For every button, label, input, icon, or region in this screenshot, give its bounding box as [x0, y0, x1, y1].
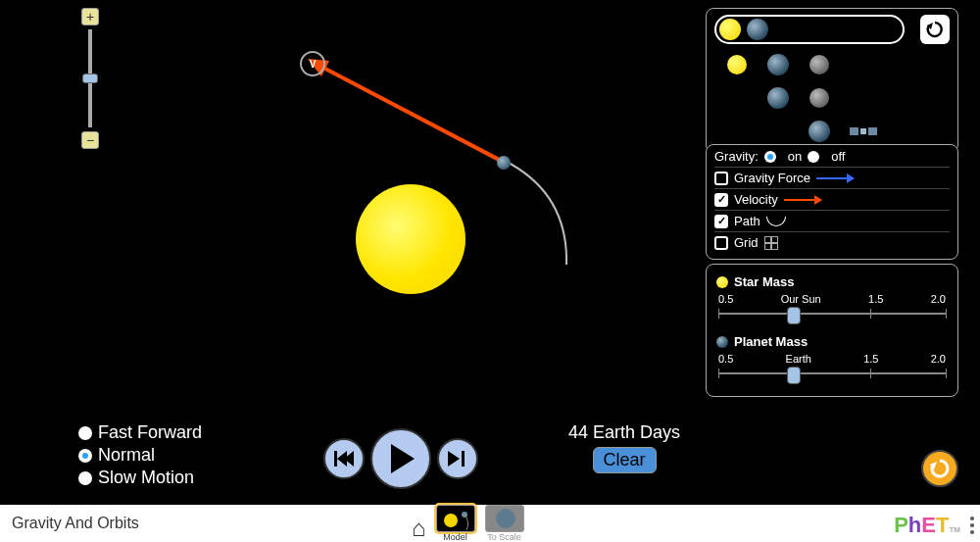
step-button[interactable]	[437, 438, 478, 479]
velocity-vector[interactable]	[304, 53, 514, 171]
play-button[interactable]	[370, 428, 431, 489]
radio-icon	[78, 426, 92, 440]
selected-system	[714, 15, 905, 44]
sun-icon	[719, 19, 741, 40]
zoom-slider[interactable]	[88, 29, 92, 127]
path-label: Path	[734, 214, 760, 228]
svg-rect-2	[334, 451, 337, 467]
preset-earth2[interactable]	[767, 87, 789, 109]
gravity-on-radio[interactable]	[764, 151, 776, 163]
slider-thumb[interactable]	[787, 367, 801, 384]
tick: Our Sun	[781, 293, 821, 305]
svg-rect-7	[462, 451, 465, 467]
speed-normal-label: Normal	[98, 445, 155, 466]
radio-icon	[78, 449, 92, 463]
tick: 2.0	[931, 353, 946, 365]
path-checkbox[interactable]	[714, 215, 728, 228]
svg-line-0	[321, 67, 505, 163]
tick: 2.0	[931, 293, 946, 305]
gravity-on-label: on	[788, 149, 802, 164]
tab-model[interactable]: Model	[436, 505, 475, 542]
radio-icon	[78, 471, 92, 485]
tick: 1.5	[868, 293, 883, 305]
tick: 0.5	[718, 353, 733, 365]
preset-moon2[interactable]	[809, 88, 829, 108]
svg-point-13	[444, 514, 458, 527]
arrow-icon	[784, 199, 821, 201]
tab-label: To Scale	[487, 532, 521, 542]
speed-fast[interactable]: Fast Forward	[78, 422, 202, 443]
earth-icon	[747, 19, 768, 40]
gravity-off-radio[interactable]	[808, 151, 819, 163]
zoom-thumb[interactable]	[82, 74, 98, 83]
menu-button[interactable]	[970, 517, 974, 534]
sun-icon	[716, 276, 728, 288]
grid-icon	[764, 236, 778, 250]
svg-marker-6	[448, 451, 460, 467]
star-mass-label: Star Mass	[734, 274, 794, 289]
velocity-label-cb: Velocity	[734, 192, 778, 207]
planet-body[interactable]	[497, 156, 511, 170]
svg-rect-11	[850, 127, 858, 135]
planet-mass-label: Planet Mass	[734, 334, 808, 349]
planet-mass-slider[interactable]	[718, 365, 946, 386]
gravity-force-checkbox[interactable]	[714, 172, 728, 185]
mass-panel: Star Mass 0.5 Our Sun 1.5 2.0 Planet Mas…	[706, 264, 958, 397]
elapsed-time: 44 Earth Days	[568, 422, 680, 443]
velocity-checkbox[interactable]	[714, 193, 728, 207]
home-button[interactable]: ⌂	[412, 515, 426, 542]
preset-sun-planet[interactable]	[727, 55, 747, 74]
gravity-label: Gravity:	[714, 149, 759, 164]
home-icon: ⌂	[412, 515, 426, 542]
clear-button[interactable]: Clear	[593, 447, 657, 473]
svg-rect-12	[868, 127, 877, 135]
tab-label: Model	[443, 532, 467, 542]
svg-marker-5	[391, 444, 415, 473]
sim-title: Gravity And Orbits	[12, 515, 139, 532]
zoom-out-button[interactable]: −	[81, 131, 99, 149]
speed-fast-label: Fast Forward	[98, 422, 202, 443]
phet-logo[interactable]: PhETTM	[894, 513, 960, 538]
speed-radio-group: Fast Forward Normal Slow Motion	[78, 420, 202, 490]
system-panel	[706, 8, 958, 153]
svg-rect-10	[860, 128, 866, 134]
speed-slow-label: Slow Motion	[98, 468, 194, 488]
grid-label: Grid	[734, 235, 759, 250]
preset-planet-moon[interactable]	[809, 55, 829, 74]
grid-checkbox[interactable]	[714, 236, 728, 250]
tick: Earth	[786, 353, 811, 365]
velocity-head[interactable]: V	[300, 51, 325, 76]
arrow-icon	[816, 177, 854, 179]
reset-system-button[interactable]	[920, 15, 950, 44]
zoom-in-button[interactable]: +	[81, 8, 99, 25]
preset-earth3[interactable]	[808, 121, 830, 142]
slider-thumb[interactable]	[787, 307, 801, 324]
rewind-button[interactable]	[323, 438, 365, 479]
display-panel: Gravity: on off Gravity Force Velocity P…	[706, 144, 958, 260]
tab-to-scale[interactable]: To Scale	[485, 505, 524, 542]
speed-slow[interactable]: Slow Motion	[78, 468, 202, 488]
svg-point-15	[496, 509, 515, 528]
star-mass-slider[interactable]	[718, 305, 946, 326]
gravity-off-label: off	[831, 149, 845, 164]
preset-satellite[interactable]	[850, 123, 877, 139]
tick: 0.5	[718, 293, 733, 305]
sun-body[interactable]	[356, 184, 466, 294]
reset-all-button[interactable]	[921, 450, 958, 487]
gravity-force-label: Gravity Force	[734, 171, 810, 185]
preset-sun-planet-moon[interactable]	[767, 54, 789, 75]
tick: 1.5	[863, 353, 878, 365]
velocity-label: V	[310, 59, 317, 70]
earth-icon	[716, 336, 728, 348]
path-icon	[766, 217, 786, 226]
speed-normal[interactable]: Normal	[78, 445, 202, 466]
